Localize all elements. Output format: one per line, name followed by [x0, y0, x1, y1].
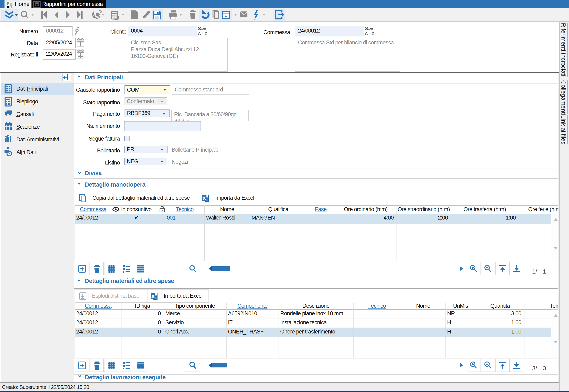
svg-text:A - Z: A - Z — [365, 31, 374, 36]
